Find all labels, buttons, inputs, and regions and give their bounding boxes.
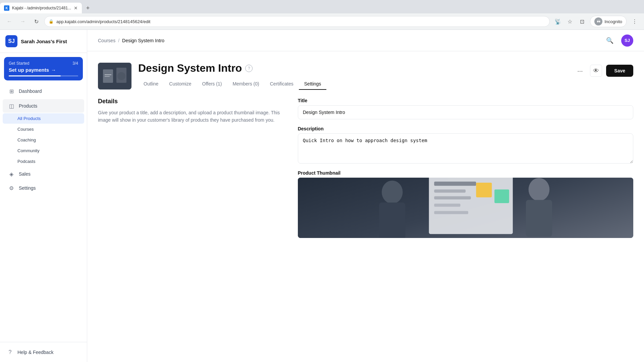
section-description: Give your product a title, add a descrip…: [98, 109, 284, 124]
svg-rect-12: [434, 182, 476, 186]
sidebar-header: SJ Sarah Jonas's First: [0, 30, 87, 53]
site-name: Sarah Jonas's First: [21, 39, 67, 44]
get-started-progress: 3/4: [72, 61, 78, 66]
tab-favicon: K: [4, 5, 9, 11]
tab-outline[interactable]: Outline: [138, 78, 164, 90]
svg-rect-8: [379, 202, 405, 238]
url-text: app.kajabi.com/admin/products/2148145624…: [56, 19, 545, 24]
save-button[interactable]: Save: [606, 65, 633, 77]
svg-rect-17: [476, 183, 492, 197]
tab-offers[interactable]: Offers (1): [197, 78, 227, 90]
svg-rect-4: [105, 74, 111, 75]
cast-icon[interactable]: 📡: [552, 16, 563, 27]
sidebar-item-label-products: Products: [19, 103, 79, 109]
settings-form: Title Description Quick Intro on how to …: [298, 98, 633, 238]
sidebar-item-help[interactable]: ? Help & Feedback: [4, 346, 83, 358]
tab-certificates[interactable]: Certificates: [265, 78, 299, 90]
description-label: Description: [298, 126, 633, 131]
tab-settings[interactable]: Settings: [299, 78, 327, 90]
back-button[interactable]: ←: [4, 16, 15, 27]
sidebar-scroll: Get Started 3/4 Set up payments → ⊞ Dash…: [0, 53, 87, 342]
breadcrumb: Courses / Design System Intro: [98, 38, 164, 43]
sidebar-item-products[interactable]: ◫ Products: [3, 99, 84, 113]
tab-bar: K Kajabi - /admin/products/21481... ✕ +: [0, 0, 644, 13]
help-circle-icon[interactable]: ?: [245, 65, 253, 72]
main-content: Courses / Design System Intro 🔍 SJ: [87, 30, 644, 362]
menu-button[interactable]: ⋮: [629, 16, 640, 27]
svg-point-7: [382, 181, 403, 204]
breadcrumb-parent[interactable]: Courses: [98, 38, 115, 43]
lock-icon: 🔒: [49, 19, 54, 24]
title-label: Title: [298, 98, 633, 103]
breadcrumb-current: Design System Intro: [122, 38, 164, 43]
community-label: Community: [17, 148, 40, 153]
dashboard-icon: ⊞: [8, 88, 15, 95]
breadcrumb-separator: /: [118, 38, 119, 43]
sidebar-item-dashboard[interactable]: ⊞ Dashboard: [3, 84, 84, 98]
thumbnail-image: [298, 178, 633, 238]
settings-icon: ⚙: [8, 185, 15, 191]
tab-customize[interactable]: Customize: [164, 78, 197, 90]
reload-button[interactable]: ↻: [31, 16, 42, 27]
address-bar[interactable]: 🔒 app.kajabi.com/admin/products/21481456…: [44, 16, 550, 27]
product-info: Design System Intro ? Outline Customize …: [138, 62, 567, 90]
get-started-banner[interactable]: Get Started 3/4 Set up payments →: [4, 57, 83, 80]
thumbnail-svg: [98, 63, 131, 89]
incognito-button[interactable]: 🕶 Incognito: [590, 16, 627, 27]
podcasts-label: Podcasts: [17, 159, 35, 164]
sidebar-item-community[interactable]: Community: [3, 145, 84, 156]
more-options-button[interactable]: ···: [574, 65, 586, 77]
sidebar-item-label-sales: Sales: [19, 171, 79, 177]
sidebar-item-settings[interactable]: ⚙ Settings: [3, 181, 84, 195]
sidebar-item-courses[interactable]: Courses: [3, 124, 84, 134]
search-button[interactable]: 🔍: [604, 35, 616, 47]
product-actions: ··· 👁 Save: [574, 65, 633, 77]
svg-rect-13: [434, 189, 466, 192]
user-avatar[interactable]: SJ: [621, 35, 633, 47]
svg-point-3: [117, 72, 125, 80]
incognito-avatar: 🕶: [594, 17, 602, 25]
get-started-title-text: Set up payments: [9, 67, 49, 73]
incognito-label: Incognito: [604, 19, 622, 24]
get-started-top: Get Started 3/4: [9, 61, 78, 66]
sidebar-item-label-dashboard: Dashboard: [19, 88, 79, 94]
description-textarea[interactable]: Quick Intro on how to approach design sy…: [298, 133, 633, 164]
products-sub-nav: All Products Courses Coaching Community …: [0, 113, 87, 167]
toolbar-icons: 📡 ☆ ⊡: [552, 16, 587, 27]
sidebar-item-podcasts[interactable]: Podcasts: [3, 156, 84, 167]
title-input[interactable]: [298, 105, 633, 119]
forward-button[interactable]: →: [17, 16, 28, 27]
get-started-label: Get Started: [9, 61, 29, 66]
new-tab-button[interactable]: +: [83, 3, 93, 13]
get-started-progress-bar: [9, 75, 78, 76]
profile-icon[interactable]: ⊡: [577, 16, 587, 27]
tab-members[interactable]: Members (0): [227, 78, 264, 90]
progress-fill: [9, 75, 61, 76]
arrow-icon: →: [51, 67, 56, 73]
sidebar-item-coaching[interactable]: Coaching: [3, 135, 84, 145]
bookmark-icon[interactable]: ☆: [565, 16, 575, 27]
product-thumbnail-header: [98, 63, 131, 89]
settings-description-panel: Details Give your product a title, add a…: [98, 98, 284, 238]
svg-rect-10: [526, 200, 552, 237]
sidebar-item-all-products[interactable]: All Products: [3, 113, 84, 124]
products-icon: ◫: [8, 103, 15, 109]
sidebar: SJ Sarah Jonas's First Get Started 3/4 S…: [0, 30, 87, 362]
svg-rect-14: [434, 196, 471, 199]
product-title: Design System Intro: [138, 62, 242, 74]
active-tab[interactable]: K Kajabi - /admin/products/21481... ✕: [0, 3, 82, 13]
sidebar-footer: ? Help & Feedback: [0, 342, 87, 362]
coaching-label: Coaching: [17, 137, 36, 142]
svg-rect-18: [494, 189, 509, 203]
get-started-title: Set up payments →: [9, 67, 78, 73]
sidebar-item-sales[interactable]: ◈ Sales: [3, 167, 84, 181]
close-tab-button[interactable]: ✕: [74, 5, 78, 11]
page-content: Design System Intro ? Outline Customize …: [87, 51, 644, 362]
svg-rect-5: [105, 76, 110, 77]
thumbnail-img-placeholder: [298, 178, 633, 238]
logo-letters: SJ: [8, 38, 15, 44]
tab-title: Kajabi - /admin/products/21481...: [12, 6, 71, 10]
svg-rect-16: [434, 211, 468, 214]
courses-label: Courses: [17, 127, 34, 132]
preview-button[interactable]: 👁: [590, 65, 602, 77]
